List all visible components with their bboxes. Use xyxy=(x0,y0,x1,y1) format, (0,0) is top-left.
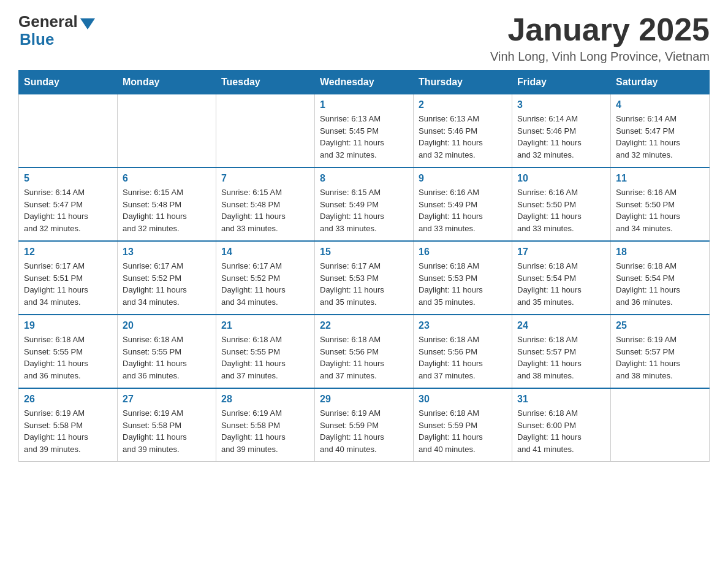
day-info: Sunrise: 6:18 AMSunset: 5:54 PMDaylight:… xyxy=(517,260,605,308)
day-info: Sunrise: 6:17 AMSunset: 5:53 PMDaylight:… xyxy=(320,260,408,308)
day-number: 7 xyxy=(221,173,309,184)
calendar-cell: 16Sunrise: 6:18 AMSunset: 5:53 PMDayligh… xyxy=(414,241,512,315)
calendar-cell: 4Sunrise: 6:14 AMSunset: 5:47 PMDaylight… xyxy=(611,94,710,168)
day-info: Sunrise: 6:17 AMSunset: 5:51 PMDaylight:… xyxy=(24,260,112,308)
calendar-cell: 27Sunrise: 6:19 AMSunset: 5:58 PMDayligh… xyxy=(118,388,216,462)
day-info: Sunrise: 6:14 AMSunset: 5:46 PMDaylight:… xyxy=(517,113,605,161)
day-info: Sunrise: 6:18 AMSunset: 5:55 PMDaylight:… xyxy=(221,334,309,381)
logo-text: General xyxy=(18,12,95,31)
day-info: Sunrise: 6:14 AMSunset: 5:47 PMDaylight:… xyxy=(616,113,704,161)
day-info: Sunrise: 6:16 AMSunset: 5:49 PMDaylight:… xyxy=(419,186,507,234)
calendar-cell: 11Sunrise: 6:16 AMSunset: 5:50 PMDayligh… xyxy=(611,167,710,241)
day-number: 6 xyxy=(123,173,211,184)
calendar-table: SundayMondayTuesdayWednesdayThursdayFrid… xyxy=(18,70,710,462)
day-info: Sunrise: 6:16 AMSunset: 5:50 PMDaylight:… xyxy=(517,186,605,234)
day-number: 8 xyxy=(320,173,408,184)
calendar-cell: 15Sunrise: 6:17 AMSunset: 5:53 PMDayligh… xyxy=(315,241,414,315)
day-number: 12 xyxy=(24,247,112,258)
calendar-cell: 1Sunrise: 6:13 AMSunset: 5:45 PMDaylight… xyxy=(315,94,414,168)
title-section: January 2025 Vinh Long, Vinh Long Provin… xyxy=(490,12,710,64)
day-number: 19 xyxy=(24,320,112,331)
day-info: Sunrise: 6:19 AMSunset: 5:59 PMDaylight:… xyxy=(320,407,408,455)
calendar-cell xyxy=(611,388,710,462)
weekday-header-wednesday: Wednesday xyxy=(315,71,414,94)
day-info: Sunrise: 6:18 AMSunset: 5:53 PMDaylight:… xyxy=(419,260,507,308)
calendar-cell xyxy=(118,94,216,168)
day-number: 27 xyxy=(123,394,211,405)
location-text: Vinh Long, Vinh Long Province, Vietnam xyxy=(490,50,710,64)
day-info: Sunrise: 6:13 AMSunset: 5:46 PMDaylight:… xyxy=(419,113,507,161)
day-number: 22 xyxy=(320,320,408,331)
calendar-cell: 26Sunrise: 6:19 AMSunset: 5:58 PMDayligh… xyxy=(19,388,118,462)
day-number: 24 xyxy=(517,320,605,331)
calendar-cell: 23Sunrise: 6:18 AMSunset: 5:56 PMDayligh… xyxy=(414,315,512,388)
day-number: 5 xyxy=(24,173,112,184)
weekday-header-thursday: Thursday xyxy=(414,71,512,94)
calendar-cell: 13Sunrise: 6:17 AMSunset: 5:52 PMDayligh… xyxy=(118,241,216,315)
day-info: Sunrise: 6:18 AMSunset: 5:57 PMDaylight:… xyxy=(517,334,605,381)
calendar-cell: 14Sunrise: 6:17 AMSunset: 5:52 PMDayligh… xyxy=(216,241,315,315)
calendar-cell: 30Sunrise: 6:18 AMSunset: 5:59 PMDayligh… xyxy=(414,388,512,462)
day-info: Sunrise: 6:18 AMSunset: 5:55 PMDaylight:… xyxy=(123,334,211,381)
weekday-header-saturday: Saturday xyxy=(611,71,710,94)
month-title: January 2025 xyxy=(490,12,710,47)
day-number: 11 xyxy=(616,173,704,184)
day-number: 9 xyxy=(419,173,507,184)
calendar-week-row: 5Sunrise: 6:14 AMSunset: 5:47 PMDaylight… xyxy=(19,167,710,241)
day-number: 14 xyxy=(221,247,309,258)
day-info: Sunrise: 6:18 AMSunset: 5:55 PMDaylight:… xyxy=(24,334,112,381)
calendar-week-row: 19Sunrise: 6:18 AMSunset: 5:55 PMDayligh… xyxy=(19,315,710,388)
day-number: 20 xyxy=(123,320,211,331)
calendar-cell xyxy=(216,94,315,168)
day-number: 13 xyxy=(123,247,211,258)
calendar-cell: 19Sunrise: 6:18 AMSunset: 5:55 PMDayligh… xyxy=(19,315,118,388)
day-info: Sunrise: 6:18 AMSunset: 5:56 PMDaylight:… xyxy=(320,334,408,381)
calendar-cell xyxy=(19,94,118,168)
day-info: Sunrise: 6:19 AMSunset: 5:58 PMDaylight:… xyxy=(24,407,112,455)
day-number: 16 xyxy=(419,247,507,258)
day-info: Sunrise: 6:18 AMSunset: 6:00 PMDaylight:… xyxy=(517,407,605,455)
weekday-header-sunday: Sunday xyxy=(19,71,118,94)
day-number: 30 xyxy=(419,394,507,405)
weekday-header-tuesday: Tuesday xyxy=(216,71,315,94)
calendar-cell: 18Sunrise: 6:18 AMSunset: 5:54 PMDayligh… xyxy=(611,241,710,315)
calendar-cell: 29Sunrise: 6:19 AMSunset: 5:59 PMDayligh… xyxy=(315,388,414,462)
calendar-cell: 8Sunrise: 6:15 AMSunset: 5:49 PMDaylight… xyxy=(315,167,414,241)
calendar-cell: 10Sunrise: 6:16 AMSunset: 5:50 PMDayligh… xyxy=(512,167,611,241)
day-info: Sunrise: 6:18 AMSunset: 5:59 PMDaylight:… xyxy=(419,407,507,455)
day-number: 29 xyxy=(320,394,408,405)
calendar-cell: 24Sunrise: 6:18 AMSunset: 5:57 PMDayligh… xyxy=(512,315,611,388)
logo-blue-text: Blue xyxy=(18,30,54,49)
day-number: 18 xyxy=(616,247,704,258)
calendar-cell: 12Sunrise: 6:17 AMSunset: 5:51 PMDayligh… xyxy=(19,241,118,315)
day-number: 1 xyxy=(320,99,408,110)
day-number: 31 xyxy=(517,394,605,405)
day-number: 28 xyxy=(221,394,309,405)
day-number: 4 xyxy=(616,99,704,110)
calendar-cell: 31Sunrise: 6:18 AMSunset: 6:00 PMDayligh… xyxy=(512,388,611,462)
day-info: Sunrise: 6:14 AMSunset: 5:47 PMDaylight:… xyxy=(24,186,112,234)
day-info: Sunrise: 6:13 AMSunset: 5:45 PMDaylight:… xyxy=(320,113,408,161)
weekday-header-monday: Monday xyxy=(118,71,216,94)
calendar-header-row: SundayMondayTuesdayWednesdayThursdayFrid… xyxy=(19,71,710,94)
day-info: Sunrise: 6:16 AMSunset: 5:50 PMDaylight:… xyxy=(616,186,704,234)
day-number: 23 xyxy=(419,320,507,331)
calendar-cell: 2Sunrise: 6:13 AMSunset: 5:46 PMDaylight… xyxy=(414,94,512,168)
logo-triangle-icon xyxy=(80,18,95,29)
calendar-cell: 6Sunrise: 6:15 AMSunset: 5:48 PMDaylight… xyxy=(118,167,216,241)
day-info: Sunrise: 6:15 AMSunset: 5:49 PMDaylight:… xyxy=(320,186,408,234)
calendar-cell: 22Sunrise: 6:18 AMSunset: 5:56 PMDayligh… xyxy=(315,315,414,388)
day-number: 26 xyxy=(24,394,112,405)
calendar-cell: 28Sunrise: 6:19 AMSunset: 5:58 PMDayligh… xyxy=(216,388,315,462)
logo: General Blue xyxy=(18,12,95,49)
calendar-cell: 20Sunrise: 6:18 AMSunset: 5:55 PMDayligh… xyxy=(118,315,216,388)
logo-general-text: General xyxy=(18,12,78,31)
day-number: 2 xyxy=(419,99,507,110)
day-info: Sunrise: 6:15 AMSunset: 5:48 PMDaylight:… xyxy=(221,186,309,234)
day-info: Sunrise: 6:17 AMSunset: 5:52 PMDaylight:… xyxy=(123,260,211,308)
day-number: 15 xyxy=(320,247,408,258)
day-info: Sunrise: 6:19 AMSunset: 5:57 PMDaylight:… xyxy=(616,334,704,381)
weekday-header-friday: Friday xyxy=(512,71,611,94)
day-number: 25 xyxy=(616,320,704,331)
day-number: 17 xyxy=(517,247,605,258)
